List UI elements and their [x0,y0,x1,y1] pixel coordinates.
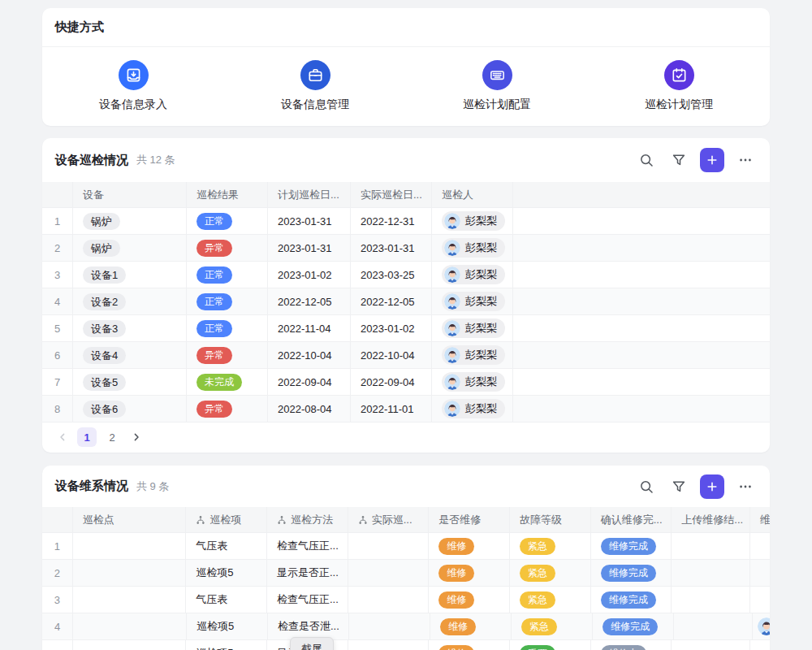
result-badge: 异常 [197,347,232,364]
table-row[interactable]: 4 巡检项5 检查是否泄... 维修 紧急 维修完成 [42,613,770,640]
inspector-chip: 彭梨梨 [442,318,505,338]
repair-badge: 维修 [440,618,476,635]
result-badge: 异常 [197,401,232,418]
shortcut-plan-config[interactable]: 巡检计划配置 [463,60,531,112]
level-badge: 紧急 [520,592,555,609]
table-row[interactable]: 4 设备2 正常 2022-12-05 2022-12-05 彭梨梨 [42,288,770,315]
inspector-chip: 彭梨梨 [442,372,505,392]
more-icon[interactable] [734,475,757,498]
actual-date-cell: 2022-12-31 [351,208,432,234]
table-row[interactable]: 2 锅炉 异常 2023-01-31 2023-01-31 彭梨梨 [42,235,770,262]
actual-date-cell: 2023-01-02 [351,315,432,341]
method-cell: 检查气压正... [267,587,348,613]
shortcut-label: 设备信息管理 [281,98,349,112]
result-cell: 异常 [187,396,268,422]
inspector-name: 彭梨梨 [465,348,497,362]
table-row[interactable]: 1 气压表 检查气压正... 维修 紧急 维修完成 [42,533,770,560]
empty-cell [750,640,770,650]
empty-cell [513,208,770,234]
inspector-cell: 彭梨梨 [432,315,513,341]
result-cell: 正常 [187,315,268,341]
repair-badge: 维修 [438,592,474,609]
header-result[interactable]: 巡检结果 [187,182,268,207]
header-repair[interactable]: 是否维修 [429,507,510,532]
device-cell: 设备2 [73,288,187,314]
page-button-1[interactable]: 1 [77,427,97,447]
item-cell: 巡检项5 [186,640,267,650]
table-row[interactable]: 5 巡检项5 显示是否正... 维修 重要 维修中 [42,640,770,650]
item-cell: 气压表 [186,533,267,559]
method-cell: 检查气压正... [267,533,348,559]
device-tag: 设备2 [83,293,126,310]
avatar [444,293,460,310]
avatar [444,347,460,363]
page-button-2[interactable]: 2 [102,427,122,447]
device-tag: 锅炉 [83,213,120,230]
level-cell: 紧急 [510,587,591,613]
level-cell: 重要 [510,640,591,650]
upload-cell [672,560,750,586]
header-method[interactable]: 巡检方法 [267,507,348,532]
row-number: 7 [42,369,73,395]
device-tag: 设备6 [83,401,126,418]
inspector-chip: 彭梨梨 [442,399,505,418]
device-tag: 设备4 [83,347,126,364]
screenshot-tooltip: 截屏 [290,637,334,650]
planned-date-cell: 2023-01-02 [268,262,351,288]
result-badge: 未完成 [197,374,242,391]
table-row[interactable]: 3 设备1 正常 2023-01-02 2023-03-25 彭梨梨 [42,262,770,288]
header-planned-date[interactable]: 计划巡检日... [268,182,351,207]
level-cell: 紧急 [512,613,593,639]
header-level[interactable]: 故障等级 [510,507,591,532]
table-row[interactable]: 6 设备4 异常 2022-10-04 2022-10-04 彭梨梨 [42,342,770,369]
search-icon[interactable] [635,149,658,171]
header-upload[interactable]: 上传维修结... [672,507,750,532]
empty-cell [513,262,770,288]
table-row[interactable]: 7 设备5 未完成 2022-09-04 2022-09-04 彭梨梨 [42,369,770,396]
header-device[interactable]: 设备 [73,182,187,207]
add-record-button[interactable] [700,148,724,172]
more-icon[interactable] [734,149,757,171]
prev-page-icon[interactable] [54,428,71,446]
upload-cell [674,613,753,639]
header-actual-date[interactable]: 实际巡检日... [351,182,432,207]
result-cell: 正常 [187,208,268,234]
search-icon[interactable] [635,475,658,498]
shortcut-device-entry[interactable]: 设备信息录入 [99,60,167,112]
filter-icon[interactable] [667,475,690,498]
repair-cell: 维修 [429,533,510,559]
planned-date-cell: 2022-09-04 [268,369,351,395]
result-badge: 正常 [197,293,232,310]
device-cell: 锅炉 [73,235,187,261]
item-cell: 巡检项5 [187,613,268,639]
header-point[interactable]: 巡检点 [73,507,186,532]
add-record-button[interactable] [700,474,724,499]
planned-date-cell: 2022-12-05 [268,288,351,314]
header-item[interactable]: 巡检项 [186,507,267,532]
header-truncated[interactable]: 维 [750,507,770,532]
actual-cell [348,533,430,559]
header-actual[interactable]: 实际巡... [348,507,430,532]
device-tag: 锅炉 [83,240,120,257]
calendar-check-icon [664,60,694,90]
shortcut-device-manage[interactable]: 设备信息管理 [281,60,349,112]
shortcut-plan-manage[interactable]: 巡检计划管理 [645,60,713,112]
filter-icon[interactable] [667,149,690,171]
table-row[interactable]: 3 气压表 检查气压正... 维修 紧急 维修完成 [42,587,770,613]
result-cell: 未完成 [187,369,268,395]
table-row[interactable]: 8 设备6 异常 2022-08-04 2022-11-01 彭梨梨 [42,396,770,422]
table-row[interactable]: 1 锅炉 正常 2023-01-31 2022-12-31 彭梨梨 [42,208,770,235]
device-cell: 设备4 [73,342,187,368]
header-inspector[interactable]: 巡检人 [432,182,513,207]
next-page-icon[interactable] [127,428,145,446]
actual-date-cell: 2022-12-05 [351,288,432,314]
repair-badge: 维修 [438,645,474,650]
device-tag: 设备1 [83,266,126,284]
header-confirm[interactable]: 确认维修完... [591,507,672,532]
item-cell: 气压表 [186,587,267,613]
table-row[interactable]: 5 设备3 正常 2022-11-04 2023-01-02 彭梨梨 [42,315,770,342]
table-row[interactable]: 2 巡检项5 显示是否正... 维修 紧急 维修完成 [42,560,770,587]
actual-cell [349,613,430,639]
inspection-card: 设备巡检情况 共 12 条 设备 巡检结果 计划巡检日... 实际巡检日... … [42,138,770,453]
result-cell: 异常 [187,235,268,261]
